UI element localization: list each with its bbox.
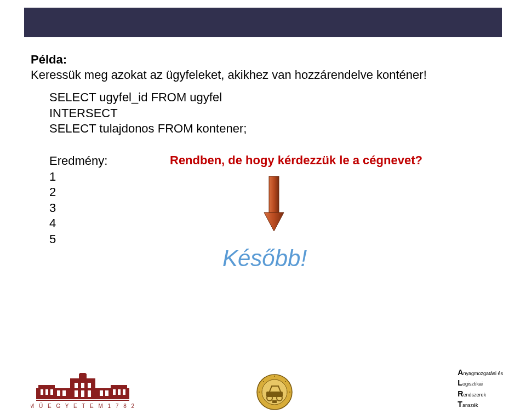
svg-rect-9 xyxy=(57,390,60,396)
svg-point-34 xyxy=(263,381,264,382)
svg-rect-24 xyxy=(123,389,125,395)
svg-rect-23 xyxy=(118,389,121,395)
down-arrow-icon xyxy=(263,174,285,237)
svg-marker-8 xyxy=(79,373,87,374)
svg-point-33 xyxy=(285,381,286,382)
dept-line: Rendszerek xyxy=(458,389,503,400)
sql-line: SELECT tulajdonos FROM kontener; xyxy=(49,121,247,137)
footer: M Ű E G Y E T E M 1 7 8 2 Anyagmozgatási… xyxy=(0,370,526,413)
svg-rect-7 xyxy=(79,374,87,379)
result-value: 2 xyxy=(49,185,107,200)
result-value: 5 xyxy=(49,232,107,248)
svg-rect-28 xyxy=(266,392,283,397)
svg-rect-14 xyxy=(81,383,84,388)
svg-rect-20 xyxy=(45,389,48,395)
result-value: 3 xyxy=(49,200,107,216)
logo-caption: M Ű E G Y E T E M 1 7 8 2 xyxy=(31,402,135,409)
result-block: Eredmény: 1 2 3 4 5 xyxy=(49,153,107,248)
dept-line: Tanszék xyxy=(458,399,503,410)
svg-rect-22 xyxy=(113,389,116,395)
sql-line: SELECT ugyfel_id FROM ugyfel xyxy=(49,90,247,106)
university-logo: M Ű E G Y E T E M 1 7 8 2 xyxy=(31,373,135,413)
svg-rect-11 xyxy=(100,390,103,396)
svg-rect-17 xyxy=(81,390,84,397)
svg-point-32 xyxy=(274,376,275,377)
svg-rect-0 xyxy=(269,176,279,212)
example-title: Példa: xyxy=(31,53,427,67)
svg-marker-1 xyxy=(264,212,284,231)
faculty-seal-icon xyxy=(255,373,294,413)
title-bar xyxy=(24,8,502,37)
example-heading: Példa: Keressük meg azokat az ügyfeleket… xyxy=(31,53,427,82)
svg-rect-12 xyxy=(105,390,108,396)
svg-rect-19 xyxy=(41,389,43,395)
later-text: Később! xyxy=(222,245,307,272)
result-value: 1 xyxy=(49,169,107,185)
sql-line: INTERSECT xyxy=(49,106,247,122)
svg-point-36 xyxy=(259,392,260,393)
department-name-block: Anyagmozgatási és Logisztikai Rendszerek… xyxy=(458,367,503,410)
result-value: 4 xyxy=(49,216,107,232)
sql-code-block: SELECT ugyfel_id FROM ugyfel INTERSECT S… xyxy=(49,90,247,137)
svg-rect-13 xyxy=(75,383,78,388)
svg-rect-31 xyxy=(272,400,277,403)
example-subtitle: Keressük meg azokat az ügyfeleket, akikh… xyxy=(31,68,427,82)
dept-line: Logisztikai xyxy=(458,378,503,389)
svg-point-35 xyxy=(289,392,290,393)
dept-line: Anyagmozgatási és xyxy=(458,367,503,378)
question-text: Rendben, de hogy kérdezzük le a cégnevet… xyxy=(170,153,422,168)
svg-rect-21 xyxy=(50,389,53,395)
svg-rect-16 xyxy=(75,390,78,397)
svg-rect-10 xyxy=(62,390,66,396)
result-label: Eredmény: xyxy=(49,153,107,169)
svg-rect-15 xyxy=(88,383,91,388)
svg-rect-18 xyxy=(88,390,91,397)
